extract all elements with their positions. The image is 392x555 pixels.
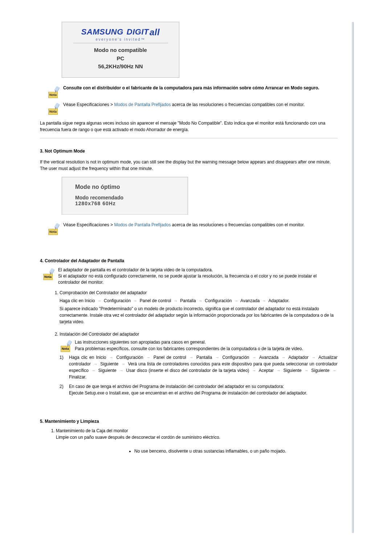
arrow-icon <box>275 368 282 374</box>
arrow-icon <box>188 355 195 361</box>
arrow-icon <box>145 355 152 361</box>
item2-1-path: Haga clic en Inicio Configuración Panel … <box>69 354 338 380</box>
monitor-msg-panel-1: SAMSUNG DIGITall everyone's invited™ Mod… <box>62 22 179 78</box>
path-step: Avanzada <box>259 355 278 360</box>
nota-badge: Nota <box>47 102 59 115</box>
arrow-icon <box>132 298 138 304</box>
section-5-list: Mantenimiento de la Caja del monitor Lim… <box>44 428 338 441</box>
brand-part-3: all <box>150 27 160 37</box>
section-3-heading: 3. Not Optimum Mode <box>40 149 338 154</box>
pin-icon <box>54 86 60 92</box>
section-4-heading: 4. Controlador del Adaptador de Pantalla <box>40 258 338 263</box>
path-step: Panel de control <box>140 298 171 303</box>
path-step: Siguiente <box>100 361 118 366</box>
preset-modes-link[interactable]: Modos de Pantalla Prefijados <box>114 102 171 107</box>
section-4-nota-text: El adaptador de pantalla es el controlad… <box>58 267 338 286</box>
arrow-icon <box>118 368 124 374</box>
section-divider <box>40 138 338 138</box>
arrow-icon <box>251 368 257 374</box>
arrow-icon <box>310 355 317 361</box>
brand-tagline: everyone's invited™ <box>68 37 173 41</box>
section-5-bullets: No use benceno, disolvente u otras susta… <box>127 448 294 454</box>
nota-badge: Nota <box>42 267 54 280</box>
path-step: Haga clic en Inicio <box>69 355 106 360</box>
panel1-line2: PC <box>68 54 173 63</box>
arrow-icon <box>303 368 310 374</box>
nota-label: Nota <box>61 346 70 352</box>
arrow-icon <box>280 355 287 361</box>
item1-path: Haga clic en Inicio Configuración Panel … <box>60 297 338 304</box>
path-step: Aceptar <box>259 368 274 373</box>
pin-icon <box>54 102 60 109</box>
arrow-icon <box>233 298 240 304</box>
brand-logo: SAMSUNG DIGITall <box>68 27 173 37</box>
path-step: Avanzada <box>240 298 260 303</box>
nota-label: Nota <box>43 274 53 280</box>
panel1-line1: Modo no compatible <box>68 46 173 54</box>
section-5-heading: 5. Mantenimiento y Limpieza <box>40 419 338 424</box>
black-screen-paragraph: La pantalla sigue negra algunas veces in… <box>40 120 338 133</box>
nota-label: Nota <box>48 92 58 98</box>
pin-icon <box>54 223 60 229</box>
path-step: Configuración <box>205 298 232 303</box>
nota-badge: Nota <box>47 85 59 98</box>
sec5-item1-body: Limpie con un paño suave después de desc… <box>56 435 220 440</box>
path-step: Adaptador <box>289 355 309 360</box>
item2-2-text: En caso de que tenga el archivo del Prog… <box>69 383 307 396</box>
path-step: Siguiente <box>283 368 302 373</box>
arrow-icon <box>214 355 220 361</box>
panel2-res: 1280x768 60Hz <box>75 200 180 206</box>
monitor-msg-panel-2: Mode no óptimo Modo recomendado 1280x768… <box>62 177 188 215</box>
nota-row-5: Nota Las instrucciones siguientes son ap… <box>60 339 338 352</box>
nota-label: Nota <box>48 109 58 115</box>
bullet-item: No use benceno, disolvente u otras susta… <box>134 448 294 454</box>
path-step: Haga clic en Inicio <box>60 298 95 303</box>
arrow-icon <box>331 368 338 374</box>
arrow-icon <box>261 298 268 304</box>
brand-part-1: SAMSUNG <box>81 27 123 37</box>
item2-nota-text: Las instrucciones siguientes son apropia… <box>75 339 303 352</box>
nota-row-4: Nota El adaptador de pantalla es el cont… <box>42 267 338 286</box>
path-step: Panel de control <box>154 355 186 360</box>
list-item: Comprobación del Controlador del adaptad… <box>60 289 338 325</box>
arrow-icon <box>172 298 179 304</box>
path-step: Usar disco (inserte el disco del control… <box>126 368 249 373</box>
list-item: Mantenimiento de la Caja del monitor Lim… <box>56 428 338 441</box>
nota-2-text: Véase Especificaciones > Modos de Pantal… <box>63 102 305 108</box>
arrow-icon <box>251 355 258 361</box>
preset-modes-link[interactable]: Modos de Pantalla Prefijados <box>114 222 171 227</box>
path-step: Configuración <box>222 355 249 360</box>
pin-icon <box>49 268 55 274</box>
path-step: Siguiente <box>311 368 330 373</box>
brand-part-2: DIGIT <box>127 27 149 37</box>
arrow-icon <box>90 368 97 374</box>
path-step: Pantalla <box>180 298 196 303</box>
item1-rest: Si aparece indicado "Predeterminado" o u… <box>60 305 338 325</box>
item1-title: Comprobación del Controlador del adaptad… <box>60 290 147 295</box>
panel2-title: Mode no óptimo <box>75 184 180 190</box>
arrow-icon <box>92 361 99 367</box>
nota-row-2: Nota Véase Especificaciones > Modos de P… <box>47 102 338 115</box>
sub-list-item: 1) Haga clic en Inicio Configuración Pan… <box>60 354 338 380</box>
arrow-icon <box>96 298 103 304</box>
path-step: Pantalla <box>196 355 212 360</box>
arrow-icon <box>197 298 204 304</box>
nota-badge: Nota <box>60 339 71 352</box>
arrow-icon <box>120 361 126 367</box>
sub-list-item: 2) En caso de que tenga el archivo del P… <box>60 383 338 396</box>
path-step: Finalizar. <box>69 374 86 380</box>
nota-3-text: Véase Especificaciones > Modos de Pantal… <box>63 222 305 228</box>
panel1-line3: 56,2KHz/90Hz NN <box>68 62 173 71</box>
panel2-subtitle: Modo recomendado <box>75 195 180 200</box>
path-step: Configuración <box>117 355 143 360</box>
pin-icon <box>66 340 72 346</box>
item2-title: Instalación del Controlador del adaptado… <box>60 332 139 337</box>
list-item: Instalación del Controlador del adaptado… <box>60 331 338 397</box>
nota-row-3: Nota Véase Especificaciones > Modos de P… <box>47 222 338 235</box>
path-step: Configuración <box>104 298 131 303</box>
section-4-list: Comprobación del Controlador del adaptad… <box>47 289 338 397</box>
right-margin-rule <box>352 22 354 533</box>
sec5-item1-title: Mantenimiento de la Caja del monitor <box>56 428 128 433</box>
section-3-desc: If the vertical resolution is not in opt… <box>40 159 338 172</box>
nota-1-text: Consulte con el distribuidor o el fabric… <box>63 85 319 91</box>
